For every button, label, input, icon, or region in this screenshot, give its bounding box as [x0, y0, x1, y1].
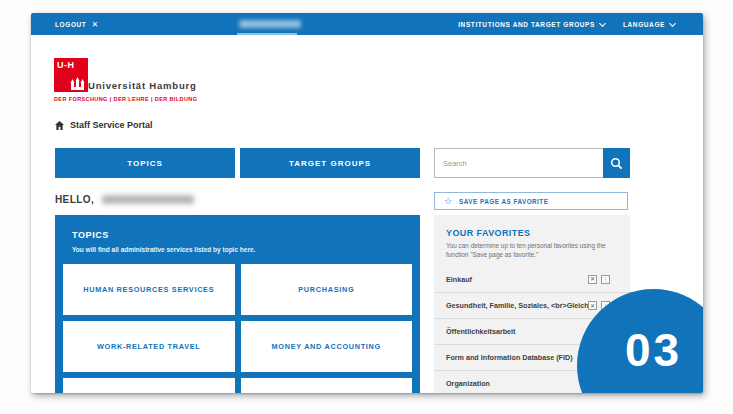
favorite-label: Gesundheit, Familie, Soziales, <br>Gleic…: [446, 301, 588, 310]
nav-language[interactable]: LANGUAGE: [623, 21, 675, 28]
star-icon: ☆: [444, 197, 452, 206]
topic-button-work-related-travel[interactable]: WORK-RELATED TRAVEL: [63, 321, 235, 372]
tab-label: TARGET GROUPS: [289, 159, 371, 168]
drag-handle-icon[interactable]: ⋮: [601, 275, 610, 284]
breadcrumb[interactable]: Staff Service Portal: [55, 120, 153, 130]
university-name: Universität Hamburg: [88, 80, 197, 91]
redacted-user-name: [102, 195, 194, 204]
logout-button[interactable]: LOGOUT ✕: [55, 20, 99, 29]
topic-button-human-resources-services[interactable]: HUMAN RESOURCES SERVICES: [63, 264, 235, 315]
nav-label: LANGUAGE: [623, 21, 665, 28]
uhh-logo[interactable]: U-H: [54, 58, 88, 92]
chevron-down-icon: [599, 19, 606, 26]
home-icon: [55, 121, 64, 130]
castle-icon: [70, 77, 85, 90]
topic-button-label: MONEY AND ACCOUNTING: [272, 342, 381, 351]
logo-acronym: U-H: [57, 60, 75, 70]
top-bar: LOGOUT ✕ INSTITUTIONS AND TARGET GROUPS …: [31, 13, 703, 35]
redacted-user-name: [239, 20, 301, 28]
chevron-down-icon: [669, 19, 676, 26]
breadcrumb-label: Staff Service Portal: [70, 120, 153, 130]
topics-panel: TOPICS You will find all administrative …: [55, 215, 420, 393]
search-input[interactable]: [434, 148, 603, 178]
portal-page: LOGOUT ✕ INSTITUTIONS AND TARGET GROUPS …: [31, 13, 703, 393]
favorites-title: YOUR FAVORITES: [446, 228, 530, 238]
search-bar: [434, 148, 630, 178]
active-user-underline: [237, 33, 297, 35]
remove-favorite-icon[interactable]: ✕: [588, 275, 597, 284]
greeting: HELLO,: [55, 194, 194, 205]
topic-button-money-and-accounting[interactable]: MONEY AND ACCOUNTING: [241, 321, 413, 372]
tab-topics[interactable]: TOPICS: [55, 148, 235, 178]
tab-label: TOPICS: [127, 159, 163, 168]
tab-target-groups[interactable]: TARGET GROUPS: [240, 148, 420, 178]
logout-label: LOGOUT: [55, 21, 86, 28]
remove-favorite-icon[interactable]: ✕: [588, 301, 597, 310]
close-icon: ✕: [91, 20, 98, 29]
topic-button-label: WORK-RELATED TRAVEL: [97, 342, 200, 351]
greeting-label: HELLO,: [55, 194, 94, 205]
favorites-description: You can determine up to ten personal fav…: [446, 242, 616, 260]
favorite-label: Organization: [446, 379, 588, 388]
favorite-actions: ✕ ⋮: [588, 275, 610, 284]
topic-button-label: PURCHASING: [298, 285, 354, 294]
topics-panel-title: TOPICS: [72, 230, 109, 240]
nav-institutions-and-target-groups[interactable]: INSTITUTIONS AND TARGET GROUPS: [458, 21, 605, 28]
topics-panel-description: You will find all administrative service…: [72, 246, 255, 253]
favorite-label: Öffentlichkeitsarbeit: [446, 327, 588, 336]
favorite-label: Form and Information Database (FID): [446, 353, 588, 362]
topic-button-purchasing[interactable]: PURCHASING: [241, 264, 413, 315]
topics-grid: HUMAN RESOURCES SERVICES PURCHASING WORK…: [63, 264, 412, 393]
favorite-item-einkauf[interactable]: Einkauf ✕ ⋮: [434, 266, 630, 292]
favorite-label: Einkauf: [446, 275, 588, 284]
topic-button-label: HUMAN RESOURCES SERVICES: [83, 285, 214, 294]
topic-button-stub[interactable]: [241, 378, 413, 393]
save-page-as-favorite-button[interactable]: ☆ SAVE PAGE AS FAVORITE: [434, 192, 628, 210]
university-tagline: DER FORSCHUNG | DER LEHRE | DER BILDUNG: [54, 96, 197, 102]
save-favorite-label: SAVE PAGE AS FAVORITE: [459, 198, 548, 205]
search-icon: [610, 157, 623, 170]
topic-button-stub[interactable]: [63, 378, 235, 393]
nav-label: INSTITUTIONS AND TARGET GROUPS: [458, 21, 595, 28]
top-nav: INSTITUTIONS AND TARGET GROUPS LANGUAGE: [458, 21, 675, 28]
step-number: 03: [625, 323, 682, 377]
search-button[interactable]: [603, 148, 630, 178]
